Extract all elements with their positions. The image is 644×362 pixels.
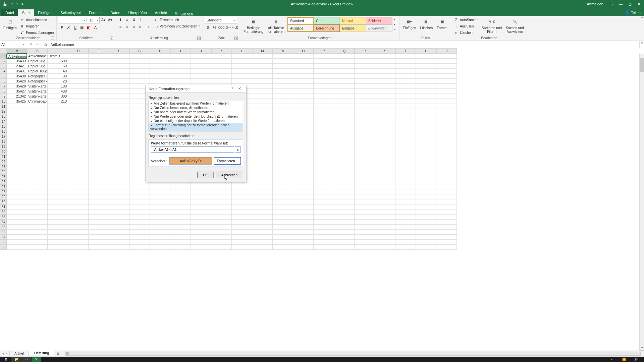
search-icon: 🔍 [174,12,179,16]
tab-review[interactable]: Überprüfen [124,9,151,16]
alignment-launcher-icon[interactable]: ↘ [197,37,201,40]
brush-icon: 🖌 [20,30,24,35]
share-button[interactable]: 👤Teilen [622,9,644,16]
increase-decimal-icon[interactable]: .0→ [225,24,231,31]
indent-increase-icon[interactable]: ⇥ [144,24,150,30]
tell-me-search[interactable]: 🔍Suchen [171,12,196,16]
style-neutral[interactable]: Neutral [340,17,366,24]
fill-color-button[interactable]: ◧ [86,24,92,31]
group-font: ▾11▾ A▴A▾ F K U ▦ ◧ A Schriftart↘ [57,16,115,41]
ribbon-collapse-icon[interactable]: ^ [641,16,643,20]
sum-icon: Σ [454,17,459,22]
font-launcher-icon[interactable]: ↘ [110,37,113,40]
window-title: Artikelliste-Papier.xlsx - Excel Preview [291,2,353,6]
paste-icon: 📋 [6,17,14,25]
merge-icon: ▭ [154,24,158,28]
font-family-combo[interactable]: ▾11▾ [59,17,100,23]
currency-icon[interactable]: $ [205,24,211,31]
tab-start[interactable]: Start [18,9,34,16]
find-select-button[interactable]: 🔍Suchen und Auswählen [504,17,525,34]
delete-cells-icon: ▦- [423,17,431,25]
font-size-input[interactable]: 11 [87,18,95,22]
maximize-icon[interactable]: ◻ [627,2,633,6]
wrap-icon: ↩ [154,17,158,22]
align-right-icon[interactable]: ≡ [131,24,137,30]
group-styles: ▦Bedingte Formatierung ▤Als Tabelle form… [240,16,399,41]
style-berechnung[interactable]: Berechnung [314,24,340,32]
style-schlecht[interactable]: Schlecht [366,17,392,24]
paste-button[interactable]: 📋 Einfügen [2,17,18,31]
cut-button[interactable]: ✂Ausschneiden [19,17,54,23]
name-box[interactable]: A1▾ [0,41,26,48]
align-left-icon[interactable]: ≡ [117,24,123,30]
share-icon: 👤 [625,10,630,15]
fill-button[interactable]: ↓Ausfüllen [453,23,479,29]
orientation-icon[interactable]: ⤵ [138,17,144,23]
underline-button[interactable]: U [72,24,78,31]
redo-icon[interactable]: ↷ [16,2,19,6]
qat-customize-icon[interactable]: ▾ [21,2,23,6]
tab-insert[interactable]: Einfügen [34,9,56,16]
tab-file[interactable]: Datei [1,9,18,16]
style-erklaerender[interactable]: Erklärender ... [366,24,392,32]
format-as-table-button[interactable]: ▤Als Tabelle formatieren [266,17,286,34]
formula-cancel-icon[interactable]: ✕ [30,42,33,47]
format-cells-button[interactable]: ▦Format [435,17,449,31]
number-launcher-icon[interactable]: ↘ [234,37,238,40]
save-icon[interactable]: 💾 [3,2,7,6]
formula-accept-icon[interactable]: ✓ [36,42,39,47]
border-button[interactable]: ▦ [79,24,85,31]
decrease-font-icon[interactable]: A▾ [107,17,113,23]
increase-font-icon[interactable]: A▴ [100,17,106,23]
decrease-decimal-icon[interactable]: ←.0 [232,24,238,31]
font-color-button[interactable]: A [92,24,98,31]
delete-cells-button[interactable]: ▦-Löschen [419,17,434,31]
align-top-icon[interactable]: ⬆ [117,17,123,23]
insert-cells-button[interactable]: ▦+Einfügen [401,17,417,31]
align-middle-icon[interactable]: ≡ [124,17,130,23]
percent-icon[interactable]: % [212,24,218,31]
tab-view[interactable]: Ansicht [151,9,171,16]
sort-filter-button[interactable]: A↓ZSortieren und Filtern [480,17,503,34]
fill-icon: ↓ [454,24,459,28]
style-eingabe[interactable]: Eingabe [340,24,366,32]
italic-button[interactable]: K [65,24,71,31]
format-painter-button[interactable]: 🖌Format übertragen [19,29,54,36]
align-bottom-icon[interactable]: ⬇ [131,17,137,23]
number-format-combo[interactable]: Standard▾ [205,17,237,23]
titlebar: 💾 ↶ ↷ ▾ Artikelliste-Papier.xlsx - Excel… [0,0,644,8]
tab-formulas[interactable]: Formeln [85,9,106,16]
merge-center-button[interactable]: ▭Verbinden und zentrieren▾ [153,23,201,29]
tab-data[interactable]: Daten [106,9,124,16]
styles-gallery-spinner[interactable]: ▴▾⋯ [392,17,397,32]
font-family-input[interactable] [59,18,83,22]
undo-icon[interactable]: ↶ [10,2,13,6]
style-gut[interactable]: Gut [314,17,340,24]
bold-button[interactable]: F [59,24,65,31]
clipboard-launcher-icon[interactable]: ↘ [51,37,54,40]
ribbon: 📋 Einfügen ✂Ausschneiden ⎘Kopieren 🖌Form… [0,16,644,41]
conditional-formatting-button[interactable]: ▦Bedingte Formatierung [242,17,265,34]
close-icon[interactable]: ✕ [636,2,642,6]
style-standard[interactable]: Standard [287,17,314,24]
formula-expand-icon[interactable]: ▾ [639,41,644,48]
clear-button[interactable]: ◇Löschen [453,29,479,36]
group-font-label: Schriftart [79,36,93,40]
group-editing-label: Bearbeiten [481,36,497,40]
align-center-icon[interactable]: ≡ [124,24,130,30]
autosum-button[interactable]: ΣAutoSumme [453,17,479,23]
tab-pagelayout[interactable]: Seitenlayout [56,9,85,16]
cell-styles-gallery[interactable]: Standard Gut Neutral Schlecht Ausgabe Be… [287,17,392,32]
signin-link[interactable]: Anmelden [585,2,605,6]
fx-icon[interactable]: fx [42,41,49,48]
copy-button[interactable]: ⎘Kopieren [19,23,54,29]
wrap-text-button[interactable]: ↩Textumbruch [153,17,201,23]
cond-format-icon: ▦ [250,17,258,25]
formula-input[interactable]: Artikelnummer [49,41,639,48]
ribbon-options-icon[interactable]: ▭ [608,2,614,6]
minimize-icon[interactable]: — [618,2,624,6]
style-ausgabe[interactable]: Ausgabe [287,24,314,32]
formula-bar: A1▾ ✕✓ fx Artikelnummer ▾ [0,41,644,48]
indent-decrease-icon[interactable]: ⇤ [138,24,144,30]
comma-icon[interactable]: 000 [218,24,224,31]
